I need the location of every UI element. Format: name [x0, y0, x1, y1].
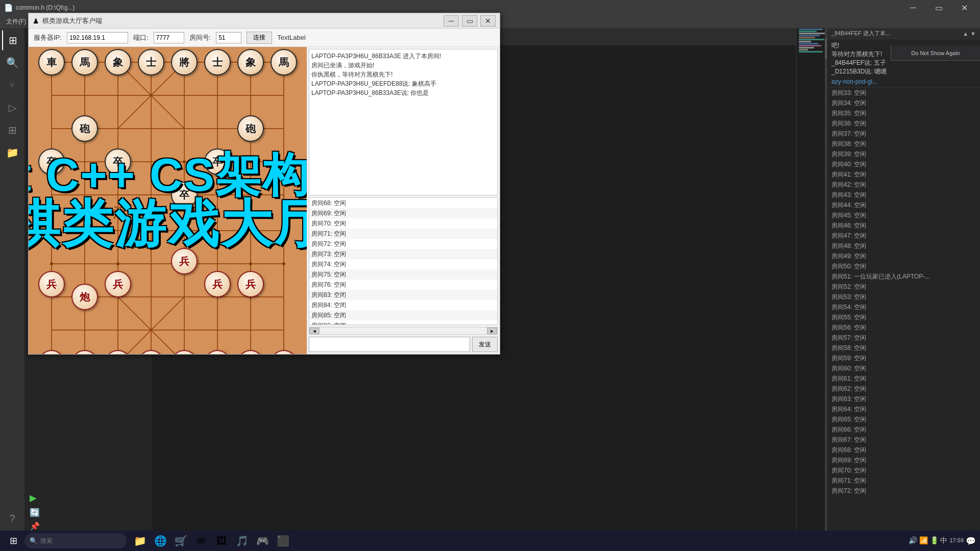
room-item[interactable]: 房间71: 空闲 [309, 229, 497, 239]
extensions-icon[interactable]: ⊞ [2, 120, 22, 140]
start-button[interactable]: ⊞ [4, 532, 22, 550]
red-pawn-center[interactable]: 兵 [171, 248, 198, 274]
chat-area[interactable]: LAPTOP-PA3P3H6U_86B33A3E 进入了本房间!房间已坐满，游戏… [309, 49, 498, 195]
vs-room-item[interactable]: 房间50: 空闲 [827, 261, 980, 271]
vs-room-item[interactable]: 房间38: 空闲 [827, 139, 980, 149]
black-elephant-right[interactable]: 象 [237, 49, 264, 76]
room-list[interactable]: 房间68: 空闲房间69: 空闲房间70: 空闲房间71: 空闲房间72: 空闲… [309, 197, 498, 325]
qt-maximize-button[interactable]: ▭ [462, 15, 477, 27]
vs-room-item[interactable]: 房间42: 空闲 [827, 180, 980, 190]
red-pawn-1[interactable]: 兵 [38, 271, 65, 297]
vs-room-item[interactable]: 房间39: 空闲 [827, 149, 980, 159]
room-item[interactable]: 房间72: 空闲 [309, 239, 497, 249]
room-list-hscroll[interactable]: ◄ ► [309, 327, 498, 335]
vs-room-item[interactable]: 房间53: 空闲 [827, 292, 980, 302]
black-king[interactable]: 將 [171, 49, 198, 76]
vs-room-item[interactable]: 房间70: 空闲 [827, 465, 980, 475]
black-cannon-right[interactable]: 砲 [237, 115, 264, 142]
room-input[interactable] [216, 32, 241, 43]
black-pawn-1[interactable]: 卒 [38, 148, 65, 175]
black-horse-right[interactable]: 馬 [271, 49, 297, 76]
red-pawn-2[interactable]: 兵 [105, 271, 131, 297]
vs-room-item[interactable]: 房间49: 空闲 [827, 251, 980, 261]
black-elephant-left[interactable]: 象 [105, 49, 131, 76]
port-input[interactable] [154, 32, 184, 43]
vs-room-item[interactable]: 房间59: 空闲 [827, 353, 980, 363]
taskbar-app-games[interactable]: 🎮 [253, 532, 272, 550]
room-item[interactable]: 房间76: 空闲 [309, 280, 497, 290]
vs-room-item[interactable]: 房间69: 空闲 [827, 455, 980, 465]
right-panel-down[interactable]: ▼ [970, 31, 976, 37]
taskbar-search-input[interactable] [40, 537, 112, 544]
maximize-button[interactable]: ▭ [927, 0, 950, 15]
qt-minimize-button[interactable]: ─ [444, 15, 459, 27]
do-not-show-button[interactable]: Do Not Show Again [891, 45, 980, 61]
help-icon[interactable]: ? [2, 508, 22, 529]
hscroll-right[interactable]: ► [487, 328, 497, 334]
vs-room-item[interactable]: 房间56: 空闲 [827, 322, 980, 333]
vs-room-item[interactable]: 房间46: 空闲 [827, 220, 980, 231]
vs-room-item[interactable]: 房间52: 空闲 [827, 282, 980, 292]
taskbar-app-mail[interactable]: ✉ [192, 532, 210, 550]
vs-room-item[interactable]: 房间57: 空闲 [827, 333, 980, 343]
vs-room-item[interactable]: 房间54: 空闲 [827, 302, 980, 312]
vs-room-item[interactable]: 房间37: 空闲 [827, 129, 980, 139]
black-pawn-2[interactable]: 卒 [105, 148, 131, 175]
room-item[interactable]: 房间83: 空闭 [309, 290, 497, 300]
qt-close-button[interactable]: ✕ [480, 15, 496, 27]
black-advisor-right[interactable]: 士 [204, 49, 231, 76]
run-debug-button[interactable]: 🔄 [29, 507, 148, 518]
vs-room-item[interactable]: 房间71: 空闲 [827, 475, 980, 486]
taskbar-app-browser[interactable]: 🌐 [151, 532, 169, 550]
right-panel-up[interactable]: ▲ [963, 31, 968, 37]
notification-icon[interactable]: 💬 [966, 536, 976, 546]
vs-room-item[interactable]: 房间35: 空闲 [827, 108, 980, 118]
hscroll-left[interactable]: ◄ [309, 328, 320, 334]
black-advisor-left[interactable]: 士 [138, 49, 164, 76]
black-horse-left[interactable]: 馬 [71, 49, 98, 76]
chat-input-field[interactable] [309, 337, 470, 352]
server-ip-input[interactable] [67, 32, 128, 43]
black-rook-left[interactable]: 車 [38, 49, 65, 76]
vs-right-scroll[interactable]: 房间33: 空闲房间34: 空闲房间35: 空闲房间36: 空闲房间37: 空闲… [827, 88, 980, 531]
send-button[interactable]: 发送 [472, 337, 498, 352]
vs-room-item[interactable]: 房间45: 空闲 [827, 210, 980, 220]
vs-room-item[interactable]: 房间72: 空闲 [827, 486, 980, 496]
black-pawn-3[interactable]: 卒 [204, 148, 231, 175]
room-item[interactable]: 房间75: 空闲 [309, 269, 497, 280]
source-control-icon[interactable]: ⑂ [2, 75, 22, 95]
room-item[interactable]: 房间86: 空闭 [309, 320, 497, 325]
red-pawn-moved[interactable]: 兵 [204, 271, 231, 297]
room-item[interactable]: 房间70: 空闲 [309, 218, 497, 229]
room-item[interactable]: 房间69: 空闲 [309, 208, 497, 218]
explorer-icon[interactable]: ⊞ [2, 30, 22, 51]
vs-room-item[interactable]: 房间47: 空闲 [827, 231, 980, 241]
taskbar-app-terminal[interactable]: ⬛ [274, 532, 292, 550]
vs-room-item[interactable]: 房间48: 空闲 [827, 241, 980, 251]
vs-room-item[interactable]: 房间51: 一位玩家已进入(LAPTOP-... [827, 271, 980, 282]
room-item[interactable]: 房间68: 空闲 [309, 198, 497, 208]
vs-room-item[interactable]: 房间63: 空闲 [827, 394, 980, 404]
vs-room-item[interactable]: 房间58: 空闲 [827, 343, 980, 353]
red-cannon-left[interactable]: 炮 [71, 284, 98, 310]
vs-room-item[interactable]: 房间65: 空闲 [827, 414, 980, 424]
taskbar-search-box[interactable]: 🔍 [24, 533, 127, 548]
menu-file[interactable]: 文件(F) [2, 15, 30, 28]
minimize-button[interactable]: ─ [901, 0, 925, 15]
vs-room-item[interactable]: 房间60: 空闲 [827, 363, 980, 373]
taskbar-app-explorer[interactable]: 📁 [131, 532, 149, 550]
room-item[interactable]: 房间85: 空闭 [309, 310, 497, 320]
play-button[interactable]: ▶ [29, 491, 148, 505]
vs-room-item[interactable]: 房间41: 空闲 [827, 169, 980, 180]
vs-room-item[interactable]: 房间61: 空闲 [827, 373, 980, 384]
run-icon[interactable]: ▷ [2, 97, 22, 118]
red-pawn-right[interactable]: 兵 [237, 271, 264, 297]
room-item[interactable]: 房间73: 空闲 [309, 249, 497, 259]
project-icon[interactable]: 📁 [2, 142, 22, 163]
vs-room-item[interactable]: 房间40: 空闲 [827, 159, 980, 169]
search-icon[interactable]: 🔍 [2, 53, 22, 73]
room-item[interactable]: 房间74: 空闲 [309, 259, 497, 269]
vs-room-item[interactable]: 房间66: 空闲 [827, 424, 980, 435]
vs-room-item[interactable]: 房间55: 空闲 [827, 312, 980, 322]
vs-room-item[interactable]: 房间44: 空闲 [827, 200, 980, 210]
